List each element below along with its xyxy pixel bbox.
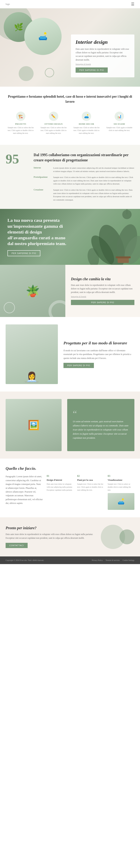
- feature-title-2: OTTIMO DESIGN: [40, 123, 67, 125]
- stats-label-2: Prototipazione: [34, 176, 50, 186]
- plants-decoration: [75, 209, 140, 265]
- hero-credit: Immagine di freepik: [76, 63, 130, 65]
- footer-links: Privacy Policy Termini di servizio Cooki…: [92, 559, 134, 561]
- service-text-1: Duis aute irure dolor in voluptate velit…: [47, 483, 73, 492]
- hero-section: 🌿 🛋️ Interior design Duis aute irure dol…: [0, 8, 140, 87]
- stats-section: 95 Dal 1995 collaboriamo con organizzazi…: [0, 145, 140, 209]
- service-item-1: 01 Design d'interni Duis aute irure dolo…: [47, 475, 73, 510]
- feature-title-1: PROJETTI: [7, 123, 34, 125]
- stats-item-2: Prototipazione Sample text: Click to sel…: [34, 176, 134, 186]
- stats-text-3: Sample text: Click to select the list te…: [53, 188, 134, 202]
- nav-logo: logo: [6, 3, 10, 6]
- hero-title: Interior design: [76, 39, 130, 45]
- quote-mark: “: [73, 410, 129, 417]
- stats-item-1: Intorno Lorem ipsum dolor sit amet conse…: [34, 166, 134, 173]
- hero-deco-circle-3: [45, 68, 54, 78]
- cta-inner: Pronto per iniziare? Duis aute irure dol…: [6, 525, 134, 549]
- stats-label-1: Intorno: [34, 166, 50, 173]
- design-banner-section: La tua nuova casa presenta un'impression…: [0, 209, 140, 265]
- service-image-inner-3: 🛋️: [108, 493, 134, 510]
- design-card-credit: Immagine di freepik: [71, 296, 134, 298]
- stats-text-1: Lorem ipsum dolor sit amet consectetur a…: [53, 166, 134, 173]
- services-grid: 01 Design d'interni Duis aute irure dolo…: [47, 475, 134, 510]
- hero-room-circle: 🛋️: [24, 18, 62, 55]
- services-inner: Paragraphi: Lorem ipsum dolor sit amet, …: [6, 475, 134, 510]
- work-image-inner: 👩‍💼: [6, 324, 58, 384]
- design-card-cta-button[interactable]: PER SAPERE DI PIÙ: [71, 300, 134, 305]
- hero-left-area: 🌿 🛋️: [0, 8, 75, 87]
- design-card-circle-2: [4, 302, 15, 313]
- feature-item-exams: 📊 SEI ESAMI Sample text: Click again or …: [104, 109, 134, 137]
- hero-cta-button[interactable]: PER SAPERNE DI PIÙ: [76, 67, 108, 73]
- work-img-credit: Immagine di freepik: [25, 381, 38, 383]
- plants-svg: [75, 209, 140, 265]
- design-card-row: 🪴 Design che cambia la vita Duis aute ir…: [0, 265, 140, 317]
- feature-icon-3: 🛋️: [82, 112, 91, 121]
- quote-image: 🖼️: [6, 399, 62, 451]
- design-card-section: 🪴 Design che cambia la vita Duis aute ir…: [0, 265, 140, 317]
- stats-inner: 95 Dal 1995 collaboriamo con organizzazi…: [6, 152, 134, 202]
- work-text: Il modo in cui lavoriamo con cambiato da…: [63, 349, 134, 360]
- cta-circle-small: [119, 529, 134, 544]
- service-number-3: 03: [108, 475, 134, 477]
- quote-card: “ Ut enim ad minim veniam, quis nostrud …: [67, 399, 134, 451]
- footer-link-terms[interactable]: Termini di servizio: [106, 559, 120, 561]
- features-heading: Progettiamo e forniamo splendidi hotel, …: [6, 94, 134, 104]
- work-image: 👩‍💼 Immagine di freepik: [6, 324, 58, 384]
- feature-text-2: Sample text: Click to select the list te…: [40, 126, 67, 134]
- service-number-2: 02: [77, 475, 104, 477]
- design-card-title: Design che cambia la vita: [71, 277, 134, 281]
- cta-section: Pronto per iniziare? Duis aute irure dol…: [0, 517, 140, 556]
- footer: Copyright © 2024 Il tuo sito. Tutti i di…: [0, 556, 140, 564]
- quote-inner: 🖼️ “ Ut enim ad minim veniam, quis nostr…: [6, 399, 134, 451]
- hero-deco-circle-2: [19, 66, 34, 81]
- service-title-3: Visualizzazione: [108, 479, 134, 482]
- features-section: Progettiamo e forniamo splendidi hotel, …: [0, 87, 140, 145]
- menu-icon[interactable]: ☰: [131, 2, 134, 6]
- footer-link-cookies[interactable]: Cookie Settings: [122, 559, 134, 561]
- work-cta-button[interactable]: PER SAPERE DI PIÙ: [63, 363, 94, 368]
- hero-content-card: Interior design Duis aute irure dolor in…: [71, 34, 134, 78]
- work-section: 👩‍💼 Immagine di freepik Progettato per i…: [0, 317, 140, 392]
- feature-text-1: Sample text: Click to select the list te…: [7, 126, 34, 134]
- services-section: Quello che faccio. Paragraphi: Lorem ips…: [0, 459, 140, 517]
- design-card-image: 🪴: [0, 265, 65, 317]
- service-text-2: Sample text: Click to select the list te…: [77, 483, 104, 492]
- service-item-3: 03 Visualizzazione Sample text: Click to…: [108, 475, 134, 510]
- feature-item-design: ✏️ OTTIMO DESIGN Sample text: Click to s…: [38, 109, 68, 137]
- quote-image-inner: 🖼️: [6, 399, 62, 451]
- work-title: Progettato per il tuo modo di lavorare: [63, 340, 134, 346]
- cta-button[interactable]: CONTATTACI: [6, 543, 28, 548]
- design-card-text: Duis aute irure dolor in reprehenderit i…: [71, 283, 134, 294]
- quote-text: Ut enim ad minim veniam, quis nostrud ex…: [73, 420, 129, 440]
- stats-label-3: Creazione: [34, 188, 50, 202]
- feature-title-4: SEI ESAMI: [106, 123, 133, 125]
- stats-item-3: Creazione Sample text: Click to select t…: [34, 188, 134, 202]
- service-title-2: Piani per la casa: [77, 479, 104, 482]
- feature-icon-1: 🏗️: [16, 112, 25, 121]
- design-banner-content: La tua nuova casa presenta un'impression…: [0, 210, 78, 264]
- feature-item-projetti: 🏗️ PROJETTI Sample text: Click to select…: [6, 109, 36, 137]
- work-img-credit-container: Immagine di freepik: [6, 380, 58, 383]
- footer-link-privacy[interactable]: Privacy Policy: [92, 559, 103, 561]
- feature-title-3: HOME DECOR: [73, 123, 100, 125]
- navbar: logo ☰: [0, 0, 140, 8]
- hero-text: Duis aute irure dolor in reprehenderit i…: [76, 47, 130, 62]
- cta-decoration: [101, 525, 134, 549]
- footer-copyright: Copyright © 2024 Il tuo sito. Tutti i di…: [6, 559, 44, 561]
- service-number-1: 01: [47, 475, 73, 477]
- design-banner-cta-button[interactable]: PER SAPERNE DI PIÙ: [7, 250, 40, 256]
- stats-text-2: Sample text: Click to select the list te…: [53, 176, 134, 186]
- stats-number: 95: [6, 152, 28, 166]
- feature-icon-2: ✏️: [49, 112, 58, 121]
- stats-items: Intorno Lorem ipsum dolor sit amet conse…: [34, 166, 134, 202]
- design-card-content: Design che cambia la vita Duis aute irur…: [65, 265, 140, 317]
- svg-rect-7: [116, 256, 131, 258]
- work-inner: 👩‍💼 Immagine di freepik Progettato per i…: [6, 324, 134, 384]
- services-intro-text: Paragraphi: Lorem ipsum dolor sit amet, …: [6, 475, 43, 505]
- features-grid: 🏗️ PROJETTI Sample text: Click to select…: [6, 109, 134, 137]
- stats-content: Dal 1995 collaboriamo con organizzazioni…: [34, 152, 134, 202]
- cta-text: Duis aute irure dolor in reprehenderit i…: [6, 532, 97, 540]
- cta-title: Pronto per iniziare?: [6, 526, 97, 530]
- feature-text-3: Sample text: Click to select the list te…: [73, 126, 100, 134]
